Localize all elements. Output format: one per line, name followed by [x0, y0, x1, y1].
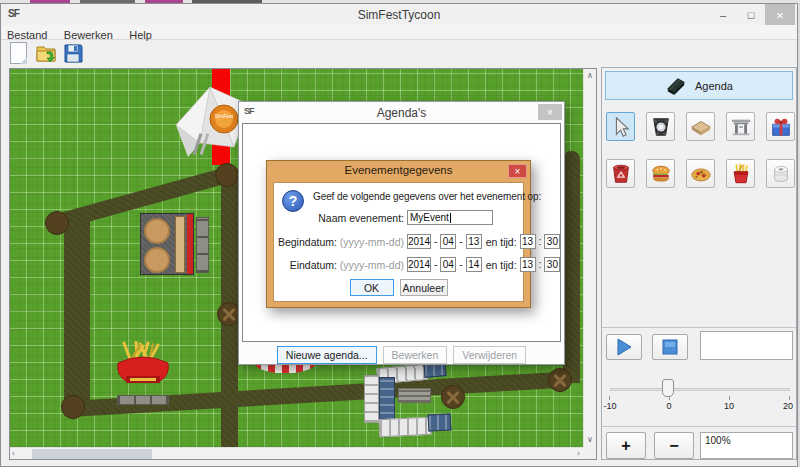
bench[interactable] — [117, 395, 169, 405]
toilet-roll-icon — [770, 163, 792, 185]
zoom-out-button[interactable]: − — [654, 432, 694, 459]
slider-tick-label: 0 — [666, 401, 671, 411]
cancel-button[interactable]: Annuleer — [400, 279, 448, 296]
scrollbar-corner — [583, 447, 596, 459]
path-knot — [45, 211, 69, 235]
gift-icon — [770, 116, 792, 138]
tool-fries-stand[interactable] — [726, 159, 755, 188]
tool-stage[interactable] — [686, 112, 715, 141]
path-right — [563, 151, 580, 383]
trash-can-icon — [610, 163, 632, 185]
begin-hour-input[interactable]: 13 — [520, 234, 536, 249]
close-button[interactable]: × — [765, 4, 795, 26]
fries-icon — [730, 163, 752, 185]
tool-trash-can[interactable] — [606, 159, 635, 188]
path-knot — [61, 395, 85, 419]
bench[interactable] — [196, 217, 209, 273]
play-button[interactable] — [606, 334, 642, 360]
tool-toilet[interactable] — [766, 159, 795, 188]
begin-day-input[interactable]: 13 — [466, 234, 482, 249]
end-date-label: Eindatum: (yyyy-mm-dd) — [274, 259, 404, 271]
event-dialog-body: ? Geef de volgende gegevens over het eve… — [273, 182, 524, 302]
end-minute-input[interactable]: 30 — [544, 257, 560, 272]
slider-tick-label: -10 — [603, 401, 616, 411]
stop-button[interactable] — [652, 334, 688, 360]
begin-minute-input[interactable]: 30 — [544, 234, 560, 249]
window-title: SimFestTycoon — [1, 8, 797, 22]
save-file-icon — [61, 41, 85, 65]
end-year-input[interactable]: 2014 — [407, 257, 431, 272]
agenda-button[interactable]: Agenda — [605, 71, 793, 100]
burger-icon — [650, 163, 672, 185]
entrance-gate-icon — [730, 116, 752, 138]
scroll-down-arrow[interactable]: ∨ — [584, 435, 596, 445]
divider — [602, 426, 796, 427]
zoom-in-button[interactable]: + — [606, 432, 646, 459]
path-marker-x — [441, 385, 465, 409]
horizontal-scrollbar[interactable]: ‹ › — [10, 447, 583, 459]
sidebar: Agenda — [601, 67, 797, 460]
scroll-left-arrow[interactable]: ‹ — [12, 449, 15, 459]
end-month-input[interactable]: 04 — [440, 257, 456, 272]
status-box — [700, 331, 793, 360]
speed-slider-track[interactable] — [610, 388, 790, 391]
scroll-up-arrow[interactable]: ∧ — [584, 71, 596, 81]
ok-button[interactable]: OK — [350, 279, 394, 296]
open-file-button[interactable] — [34, 41, 58, 65]
event-prompt: Geef de volgende gegevens over het evene… — [313, 191, 541, 202]
tool-burger-stand[interactable] — [646, 159, 675, 188]
slider-tick-label: 20 — [783, 401, 793, 411]
begin-date-label: Begindatum: (yyyy-mm-dd) — [274, 236, 404, 248]
vertical-scrollbar[interactable]: ∧ ∨ — [583, 69, 596, 447]
tool-select-cursor[interactable] — [606, 112, 635, 141]
event-dialog-close-button[interactable]: × — [508, 164, 527, 178]
slider-tick-label: 10 — [724, 401, 734, 411]
menu-bar: Bestand Bewerken Help — [1, 25, 797, 40]
burger-stand-object[interactable] — [140, 213, 194, 275]
date-format-hint: (yyyy-mm-dd) — [340, 236, 404, 248]
save-file-button[interactable] — [61, 41, 85, 65]
begin-month-input[interactable]: 04 — [440, 234, 456, 249]
tool-gift-shop[interactable] — [766, 112, 795, 141]
agendas-dialog-close-button[interactable]: × — [538, 104, 562, 120]
tool-pizza-stand[interactable] — [686, 159, 715, 188]
stage-icon — [690, 116, 712, 138]
minimize-button[interactable]: – — [709, 4, 737, 26]
new-agenda-button[interactable]: Nieuwe agenda... — [277, 346, 377, 364]
end-day-input[interactable]: 14 — [466, 257, 482, 272]
agendas-dialog-title: Agenda's — [239, 106, 564, 120]
path-left — [64, 219, 90, 413]
time-label: en tijd: — [486, 259, 517, 271]
end-hour-input[interactable]: 13 — [520, 257, 536, 272]
pizza-icon — [690, 163, 712, 185]
question-icon: ? — [282, 190, 304, 212]
name-label: Naam evenement: — [274, 212, 404, 224]
delete-agenda-button[interactable]: Verwijderen — [453, 346, 526, 364]
maximize-button[interactable]: □ — [737, 4, 765, 26]
event-dialog-title[interactable]: Evenementgegevens — [267, 164, 530, 176]
play-icon — [614, 338, 634, 356]
title-bar[interactable]: SF SimFestTycoon – □ × — [1, 4, 797, 26]
agenda-book-icon — [665, 76, 687, 96]
path-marker-x — [548, 368, 572, 392]
event-name-input[interactable]: MyEvent — [407, 210, 493, 225]
agendas-dialog-titlebar[interactable]: SF Agenda's × — [239, 102, 564, 123]
new-file-button[interactable] — [7, 41, 31, 65]
scroll-right-arrow[interactable]: › — [577, 449, 580, 459]
fries-stand-object[interactable] — [110, 341, 176, 393]
horizontal-scrollbar-thumb[interactable] — [32, 449, 152, 459]
main-window: SF SimFestTycoon – □ × Bestand Bewerken … — [0, 3, 798, 467]
begin-year-input[interactable]: 2014 — [407, 234, 431, 249]
path-knot — [215, 163, 239, 187]
date-format-hint: (yyyy-mm-dd) — [340, 259, 404, 271]
cursor-icon — [610, 116, 632, 138]
stage-light-icon — [650, 116, 672, 138]
tool-stage-light[interactable] — [646, 112, 675, 141]
divider — [602, 327, 796, 328]
speed-slider-thumb[interactable] — [662, 379, 674, 397]
event-data-dialog: Evenementgegevens × ? Geef de volgende g… — [266, 160, 531, 308]
time-label: en tijd: — [486, 236, 517, 248]
tool-entrance-gate[interactable] — [726, 112, 755, 141]
edit-agenda-button[interactable]: Bewerken — [383, 346, 448, 364]
stop-icon — [662, 339, 678, 355]
